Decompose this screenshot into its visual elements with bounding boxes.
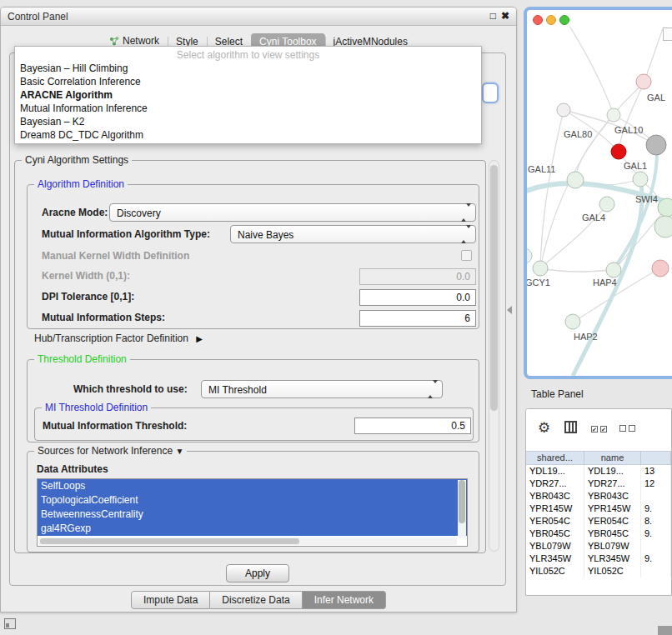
- table-row[interactable]: YBL079W YBL079W: [526, 540, 671, 552]
- restore-icon[interactable]: □: [490, 10, 496, 22]
- table-cell: 8.: [641, 515, 671, 528]
- tab-impute-data[interactable]: Impute Data: [131, 591, 210, 609]
- menu-item[interactable]: Dream8 DC_TDC Algorithm: [15, 128, 481, 142]
- settings-vertical-scrollbar[interactable]: [489, 160, 499, 552]
- attribute-list-item[interactable]: gal4RGexp: [38, 522, 467, 536]
- node-label: GAL1: [624, 161, 647, 171]
- apply-button[interactable]: Apply: [226, 564, 289, 582]
- node-gal10-red[interactable]: [611, 144, 626, 159]
- minimize-traffic-light[interactable]: [546, 15, 556, 25]
- mi-threshold-label: Mutual Information Threshold:: [43, 420, 187, 432]
- table-cell: YIL052C: [584, 565, 641, 578]
- splitter-collapse-arrow[interactable]: [507, 306, 512, 314]
- table-row[interactable]: YBR043C YBR043C: [526, 490, 671, 502]
- table-row[interactable]: YPR145W YPR145W 9.: [526, 502, 671, 515]
- scrollbar-thumb[interactable]: [459, 480, 465, 523]
- menu-item-selected[interactable]: ARACNE Algorithm: [15, 88, 481, 102]
- deselect-all-checks-icon[interactable]: [619, 422, 638, 434]
- table-panel-window: ⚙ ✔✔ shared... name YDL19... YDL19... 13…: [525, 408, 672, 596]
- node-swi4[interactable]: [658, 198, 672, 217]
- close-icon[interactable]: ✖: [501, 10, 509, 22]
- table-row[interactable]: YER054C YER054C 8.: [526, 515, 671, 528]
- node-hap4[interactable]: [606, 262, 621, 278]
- node-gal4[interactable]: [599, 197, 614, 212]
- sources-legend-label: Sources for Network Inference: [38, 445, 173, 457]
- attribute-list-item[interactable]: BetweennessCentrality: [38, 508, 467, 522]
- table-cell: YBL079W: [526, 540, 584, 552]
- zoom-traffic-light[interactable]: [559, 15, 569, 25]
- node-pale[interactable]: [557, 103, 570, 117]
- table-cell: YDR27...: [584, 478, 641, 490]
- cyni-algorithm-settings-group: Cyni Algorithm Settings Algorithm Defini…: [14, 160, 486, 553]
- node-pale[interactable]: [527, 248, 532, 263]
- node-gal11[interactable]: [567, 172, 584, 188]
- group-legend: Threshold Definition: [34, 353, 130, 365]
- columns-icon[interactable]: [564, 421, 577, 433]
- menu-item[interactable]: Bayesian – Hill Climbing: [15, 62, 481, 75]
- hub-definition-expander[interactable]: Hub/Transcription Factor Definition ▶: [34, 332, 203, 344]
- table-row[interactable]: YDR27... YDR27... 12: [526, 478, 671, 490]
- mi-threshold-field[interactable]: [354, 418, 471, 434]
- node-gal1[interactable]: [633, 172, 648, 187]
- attribute-list-item[interactable]: SelfLoops: [38, 479, 467, 493]
- column-header[interactable]: shared...: [526, 452, 584, 464]
- column-header[interactable]: [641, 452, 671, 464]
- combo-arrows-icon: [428, 383, 439, 397]
- node-label: SWI4: [635, 194, 658, 204]
- group-legend: Cyni Algorithm Settings: [22, 154, 132, 166]
- control-panel-titlebar[interactable]: Control Panel □ ✖: [1, 8, 516, 26]
- mi-algorithm-type-select[interactable]: Naive Bayes: [230, 225, 476, 243]
- node-pink-top[interactable]: [636, 74, 651, 89]
- attribute-list-item[interactable]: TopologicalCoefficient: [38, 493, 467, 508]
- manual-kernel-width-checkbox: [461, 250, 472, 261]
- node-label: GAL4: [582, 212, 605, 222]
- table-cell: 9.: [641, 502, 671, 515]
- menu-item[interactable]: Basic Correlation Inference: [15, 75, 481, 88]
- list-vertical-scrollbar[interactable]: [458, 480, 466, 538]
- menu-item[interactable]: Bayesian – K2: [15, 115, 481, 128]
- table-row[interactable]: YLR345W YLR345W 9.: [526, 552, 671, 565]
- table-cell: 9.: [641, 528, 671, 540]
- table-row[interactable]: YIL052C YIL052C: [526, 565, 671, 578]
- node-pink-right[interactable]: [652, 260, 669, 277]
- attributes-items: SelfLoopsTopologicalCoefficientBetweenne…: [38, 479, 467, 536]
- dpi-tolerance-field[interactable]: [359, 289, 476, 306]
- node-label: HAP2: [574, 332, 598, 342]
- which-threshold-label: Which threshold to use:: [73, 383, 188, 395]
- node-pale-large[interactable]: [654, 216, 672, 238]
- node-hap2[interactable]: [565, 314, 580, 329]
- help-button[interactable]: [482, 82, 499, 103]
- group-legend: MI Threshold Definition: [42, 402, 151, 413]
- gear-icon[interactable]: ⚙: [538, 419, 550, 437]
- network-view-window[interactable]: GAL GAL80 GAL10 GAL11 GAL1 SWI4 GAL4 GCY…: [524, 7, 672, 379]
- algorithm-select-menu: Select algorithm to view settings Bayesi…: [14, 46, 482, 144]
- close-traffic-light[interactable]: [533, 15, 543, 25]
- node-pale[interactable]: [607, 108, 620, 122]
- selected-value: MI Threshold: [208, 384, 267, 396]
- table-row[interactable]: YBR045C YBR045C 9.: [526, 528, 671, 540]
- table-cell: YIL052C: [526, 565, 584, 578]
- scrollbar-thumb[interactable]: [490, 165, 498, 411]
- tab-infer-network[interactable]: Infer Network: [303, 591, 386, 609]
- table-row[interactable]: YDL19... YDL19... 13: [526, 465, 671, 478]
- column-header[interactable]: name: [584, 452, 641, 464]
- node-label: GAL11: [528, 164, 555, 174]
- list-horizontal-scrollbar[interactable]: [38, 538, 457, 545]
- table-cell: [641, 540, 671, 552]
- scrollbar-thumb[interactable]: [40, 538, 299, 544]
- resize-grip: [658, 626, 672, 635]
- select-all-checks-icon[interactable]: ✔✔: [591, 422, 609, 434]
- node-gray[interactable]: [646, 135, 666, 155]
- sources-expander[interactable]: Sources for Network Inference ▼: [34, 445, 187, 457]
- data-attributes-list: SelfLoopsTopologicalCoefficientBetweenne…: [37, 478, 468, 547]
- minimized-panel-icon[interactable]: [4, 618, 16, 629]
- table-cell: YDR27...: [526, 478, 584, 490]
- aracne-mode-select[interactable]: Discovery: [109, 203, 476, 222]
- menu-item[interactable]: Mutual Information Inference: [15, 102, 481, 115]
- mi-steps-field[interactable]: [359, 310, 476, 327]
- node-gcy1[interactable]: [533, 261, 548, 276]
- tab-discretize-data[interactable]: Discretize Data: [210, 591, 302, 609]
- table-cell: YPR145W: [526, 502, 584, 515]
- table-cell: YBR045C: [526, 528, 584, 540]
- which-threshold-select[interactable]: MI Threshold: [201, 380, 443, 398]
